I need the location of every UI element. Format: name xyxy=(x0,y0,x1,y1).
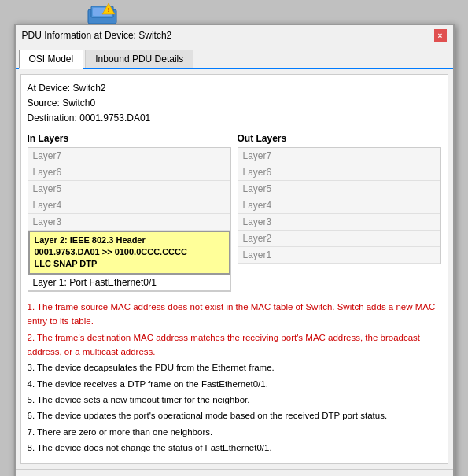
out-layer-7[interactable]: Layer7 xyxy=(238,148,440,164)
in-layer-2[interactable]: Layer 2: IEEE 802.3 Header 0001.9753.DA0… xyxy=(28,231,230,275)
out-layer-5[interactable]: Layer5 xyxy=(238,181,440,197)
message-2: 2. The frame's destination MAC address m… xyxy=(28,330,441,360)
in-layer-7[interactable]: Layer7 xyxy=(28,148,230,164)
source-line: Source: Switch0 xyxy=(28,96,441,111)
in-layer-6[interactable]: Layer6 xyxy=(28,164,230,181)
message-5: 5. The device sets a new timeout timer f… xyxy=(28,393,441,407)
out-layer-6[interactable]: Layer6 xyxy=(238,164,440,181)
message-1: 1. The frame source MAC address does not… xyxy=(28,300,441,329)
device-icon: ! xyxy=(87,3,118,25)
footer: Challenge Me << Previous Layer Next Laye… xyxy=(16,469,453,476)
out-layer-3[interactable]: Layer3 xyxy=(238,214,440,231)
out-layer-4[interactable]: Layer4 xyxy=(238,197,440,214)
message-8: 8. The device does not change the status… xyxy=(28,441,441,455)
messages-section: 1. The frame source MAC address does not… xyxy=(28,300,441,456)
device-info: At Device: Switch2 Source: Switch0 Desti… xyxy=(28,81,441,127)
in-layers-list: Layer7 Layer6 Layer5 Layer4 Layer3 Layer… xyxy=(28,147,231,292)
tab-inbound-pdu[interactable]: Inbound PDU Details xyxy=(85,50,193,68)
message-3: 3. The device decapsulates the PDU from … xyxy=(28,360,441,375)
message-6: 6. The device updates the port's operati… xyxy=(28,408,441,422)
in-layers-title: In Layers xyxy=(28,133,231,144)
in-layer-3[interactable]: Layer3 xyxy=(28,214,230,231)
close-button[interactable]: × xyxy=(434,29,447,42)
message-4: 4. The device receives a DTP frame on th… xyxy=(28,377,441,391)
dialog-title: PDU Information at Device: Switch2 xyxy=(22,30,172,41)
out-layer-1[interactable]: Layer1 xyxy=(238,247,440,264)
destination-line: Destination: 0001.9753.DA01 xyxy=(28,111,441,126)
in-layer-4[interactable]: Layer4 xyxy=(28,197,230,214)
svg-text:!: ! xyxy=(107,6,109,13)
in-layer-1[interactable]: Layer 1: Port FastEthernet0/1 xyxy=(28,275,230,291)
title-bar: PDU Information at Device: Switch2 × xyxy=(16,25,453,46)
tab-osi-model[interactable]: OSI Model xyxy=(19,50,84,69)
out-layer-2[interactable]: Layer2 xyxy=(238,231,440,247)
device-line: At Device: Switch2 xyxy=(28,81,441,96)
in-layers-column: In Layers Layer7 Layer6 Layer5 Layer4 La… xyxy=(28,133,231,292)
out-layers-title: Out Layers xyxy=(238,133,441,144)
tab-bar: OSI Model Inbound PDU Details xyxy=(16,46,453,69)
message-7: 7. There are zero or more than one neigh… xyxy=(28,425,441,439)
out-layers-list: Layer7 Layer6 Layer5 Layer4 Layer3 Layer… xyxy=(238,147,441,264)
pdu-dialog: ! PDU Information at Device: Switch2 × O… xyxy=(14,24,455,476)
out-layers-column: Out Layers Layer7 Layer6 Layer5 Layer4 L… xyxy=(238,133,441,292)
content-area: At Device: Switch2 Source: Switch0 Desti… xyxy=(20,74,448,464)
layers-section: In Layers Layer7 Layer6 Layer5 Layer4 La… xyxy=(28,133,441,292)
in-layer-5[interactable]: Layer5 xyxy=(28,181,230,197)
